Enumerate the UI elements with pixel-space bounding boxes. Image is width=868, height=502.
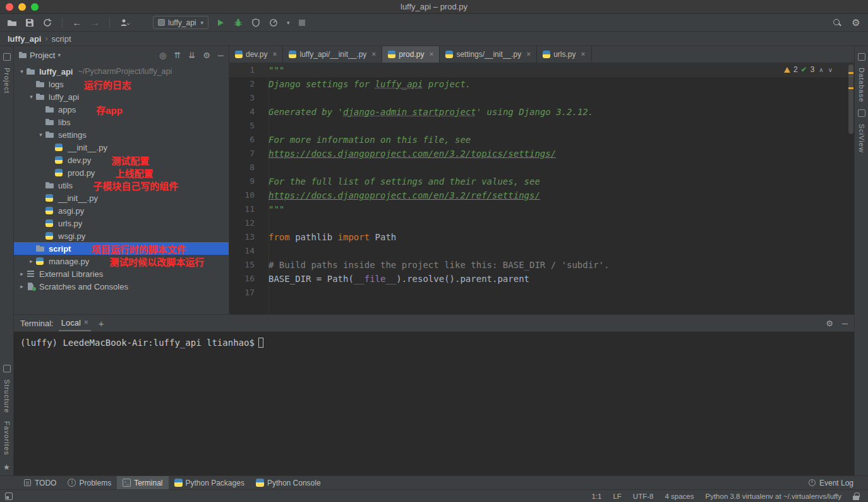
line-number[interactable]: 11 [229, 202, 263, 216]
editor-scrollbar[interactable] [847, 63, 854, 314]
toolwindow-tab-problems[interactable]: Problems [62, 476, 117, 489]
line-number[interactable]: 10 [229, 188, 263, 202]
tree-item-luffy-api[interactable]: ▾luffy_api~/PycharmProject/luffy_api [14, 65, 229, 78]
code-line[interactable]: 9For the full list of settings and their… [229, 174, 854, 188]
line-number[interactable]: 12 [229, 216, 263, 230]
favorites-star-icon[interactable]: ★ [3, 463, 10, 472]
line-number[interactable]: 5 [229, 119, 263, 133]
tree-item-scratches-and-consoles[interactable]: ▸Scratches and Consoles [14, 280, 229, 293]
toolwindow-tab-todo[interactable]: TODO [18, 476, 62, 489]
database-rail-button[interactable]: Database [858, 68, 865, 102]
toolwindow-tab-python-console[interactable]: Python Console [250, 476, 327, 489]
caret-position[interactable]: 1:1 [591, 493, 601, 500]
tree-item-luffy-api[interactable]: ▾luffy_api [14, 90, 229, 103]
chevron-right-icon[interactable]: ▸ [27, 258, 35, 264]
close-tab-icon[interactable]: × [526, 50, 531, 59]
line-number[interactable]: 15 [229, 258, 263, 272]
line-number[interactable]: 13 [229, 230, 263, 244]
code-text[interactable]: Django settings for luffy_api project. [263, 77, 471, 91]
zoom-window-button[interactable] [31, 3, 39, 11]
code-line[interactable]: 12 [229, 216, 854, 230]
user-profile-icon[interactable] [119, 17, 130, 28]
toolwindow-tab-python-packages[interactable]: Python Packages [169, 476, 250, 489]
inspections-widget[interactable]: 2 ✔ 3 ∧ ∨ [784, 65, 833, 74]
warning-stripe-mark[interactable] [848, 72, 853, 74]
titlebar[interactable]: luffy_api – prod.py [0, 0, 868, 14]
back-icon[interactable]: ← [71, 17, 83, 28]
chevron-down-icon[interactable]: ▾ [57, 52, 61, 58]
editor-tab-luffy-api-init-.py[interactable]: luffy_api/__init__.py× [283, 46, 382, 63]
tree-item-dev.py[interactable]: dev.py测试配置 [14, 154, 229, 166]
settings-gear-icon[interactable]: ⚙ [850, 17, 862, 28]
run-coverage-icon[interactable] [250, 17, 262, 28]
hide-terminal-icon[interactable]: ─ [842, 319, 848, 328]
code-line[interactable]: 17 [229, 286, 854, 300]
code-line[interactable]: 13from pathlib import Path [229, 230, 854, 244]
collapse-all-icon[interactable]: ⇊ [188, 51, 195, 60]
search-everywhere-icon[interactable] [831, 17, 843, 28]
hide-panel-icon[interactable]: ─ [218, 51, 224, 60]
code-text[interactable] [263, 244, 268, 258]
terminal-tab-local[interactable]: Local × [59, 315, 91, 331]
database-tool-icon[interactable] [858, 53, 865, 61]
code-text[interactable]: Generated by 'django-admin startproject'… [263, 105, 593, 119]
code-text[interactable] [263, 91, 268, 105]
tree-item-utils[interactable]: utils子模块自己写的组件 [14, 179, 229, 192]
tree-item-wsgi.py[interactable]: wsgi.py [14, 230, 229, 242]
close-tab-icon[interactable]: × [272, 50, 277, 59]
code-text[interactable] [263, 216, 268, 230]
save-all-icon[interactable] [24, 17, 35, 28]
project-panel-title[interactable]: Project [30, 51, 55, 60]
run-configuration-selector[interactable]: luffy_api ▾ [153, 16, 208, 29]
file-encoding[interactable]: UTF-8 [633, 493, 654, 500]
run-button[interactable] [215, 17, 226, 28]
code-text[interactable]: from pathlib import Path [263, 230, 396, 244]
code-line[interactable]: 11""" [229, 202, 854, 216]
code-text[interactable] [263, 286, 268, 300]
code-line[interactable]: 4Generated by 'django-admin startproject… [229, 105, 854, 119]
code-text[interactable]: # Build paths inside the project like th… [263, 258, 609, 272]
project-rail-button[interactable]: Project [3, 68, 11, 94]
close-terminal-tab-icon[interactable]: × [84, 318, 88, 327]
code-text[interactable]: """ [263, 202, 284, 216]
tree-item-logs[interactable]: logs运行的日志 [14, 78, 229, 90]
chevron-right-icon[interactable]: ▸ [18, 283, 26, 290]
breadcrumb-item-script[interactable]: script [51, 34, 71, 44]
toolwindow-tab-terminal[interactable]: Terminal [117, 476, 168, 489]
prev-issue-icon[interactable]: ∧ [819, 66, 823, 73]
tree-item-external-libraries[interactable]: ▸External Libraries [14, 267, 229, 280]
warning-stripe-mark[interactable] [848, 87, 853, 89]
code-text[interactable]: https://docs.djangoproject.com/en/3.2/to… [263, 147, 556, 161]
tree-item-libs[interactable]: libs [14, 116, 229, 128]
code-area[interactable]: 1"""2Django settings for luffy_api proje… [229, 63, 854, 314]
close-window-button[interactable] [6, 3, 13, 11]
editor-tab-dev.py[interactable]: dev.py× [229, 46, 283, 63]
code-line[interactable]: 8 [229, 161, 854, 174]
code-text[interactable]: BASE_DIR = Path(__file__).resolve().pare… [263, 272, 529, 286]
code-line[interactable]: 14 [229, 244, 854, 258]
line-number[interactable]: 3 [229, 91, 263, 105]
open-folder-icon[interactable] [6, 17, 18, 28]
toolwindow-toggle-icon[interactable] [5, 493, 13, 500]
tree-item-settings[interactable]: ▾settings [14, 128, 229, 141]
lock-icon[interactable] [853, 493, 859, 500]
editor-tab-settings-init-.py[interactable]: settings/__init__.py× [440, 46, 537, 63]
editor-tab-prod.py[interactable]: prod.py× [382, 46, 440, 63]
stop-button[interactable] [296, 17, 308, 28]
sync-icon[interactable] [42, 17, 53, 28]
new-terminal-session-icon[interactable]: + [99, 318, 104, 329]
indent-setting[interactable]: 4 spaces [665, 493, 694, 500]
code-line[interactable]: 2Django settings for luffy_api project. [229, 77, 854, 91]
code-text[interactable] [263, 119, 268, 133]
close-tab-icon[interactable]: × [429, 50, 433, 59]
code-line[interactable]: 7https://docs.djangoproject.com/en/3.2/t… [229, 147, 854, 161]
code-line[interactable]: 3 [229, 91, 854, 105]
code-text[interactable]: For the full list of settings and their … [263, 174, 540, 188]
chevron-right-icon[interactable]: ▸ [18, 271, 26, 277]
debug-button[interactable] [232, 17, 244, 28]
close-tab-icon[interactable]: × [371, 50, 376, 59]
expand-all-icon[interactable]: ⇈ [174, 51, 181, 60]
sciview-rail-button[interactable]: SciView [858, 124, 865, 153]
chevron-down-icon[interactable]: ▾ [27, 94, 35, 100]
python-interpreter[interactable]: Python 3.8 virtualenv at ~/.virtualenvs/… [705, 493, 841, 500]
